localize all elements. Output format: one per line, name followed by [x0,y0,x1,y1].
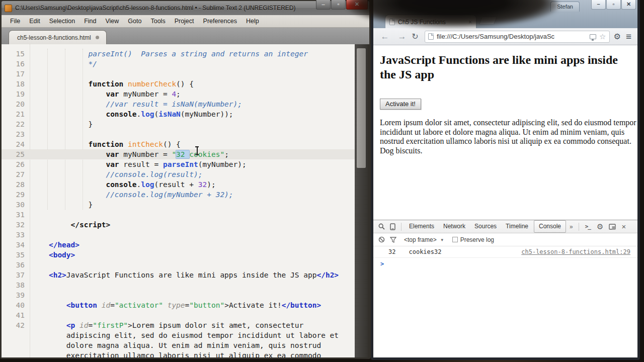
menu-find[interactable]: Find [79,18,101,25]
menu-view[interactable]: View [101,18,123,25]
code-line[interactable]: 35 <body> [2,250,355,260]
device-page-action-icon[interactable] [590,34,596,39]
code-line[interactable]: 34 </head> [2,240,355,250]
line-number [2,350,25,357]
back-icon[interactable]: ← [379,32,390,42]
favicon-page-icon [389,19,395,25]
code-line[interactable]: 41 [2,310,355,320]
code-line[interactable]: 16 */ [2,59,355,69]
chrome-maximize-button[interactable]: ▫ [606,0,621,10]
line-number: 23 [2,129,25,139]
chrome-close-button[interactable]: ✕ [621,0,636,10]
code-line[interactable]: 20 //var result = isNaN(myNumber); [2,99,355,109]
extension-gear-icon[interactable]: ⚙ [614,32,621,41]
console-prompt-chevron[interactable]: > [380,260,637,267]
devtools-tab-elements[interactable]: Elements [405,220,439,233]
address-bar[interactable]: file:///C:/Users/Samsung/Desktop/javaSc … [425,31,610,43]
line-number: 26 [2,159,25,169]
devtools-tab-console[interactable]: Console [534,220,566,233]
chevron-down-icon[interactable]: ▼ [440,238,444,242]
bookmark-star-icon[interactable]: ☆ [599,32,606,41]
sublime-tab-bar: ch5-lesson-8-functions.html [2,28,369,44]
profile-button[interactable]: Stefan [550,2,580,12]
devtools-close-icon[interactable]: × [621,222,626,231]
code-line[interactable]: exercitation ullamco laboris nisi ut ali… [2,350,355,357]
browser-tab[interactable]: Ch5 JS Functions × [385,15,476,29]
code-line[interactable]: 36 [2,260,355,270]
preserve-log-checkbox[interactable] [452,237,458,242]
reload-icon[interactable]: ↻ [410,32,421,41]
menu-edit[interactable]: Edit [25,18,45,25]
editor-scrollbar-thumb[interactable] [357,48,366,168]
forward-icon[interactable]: → [396,32,408,42]
code-line[interactable]: 40 <button id="activator" type="button">… [2,300,355,310]
code-line[interactable]: 19 var myNumber = 4; [2,89,355,99]
code-line[interactable]: 42 <p id="firstP">Lorem ipsum dolor sit … [2,320,355,330]
code-line[interactable]: 21 console.log(isNaN(myNumber)); [2,109,355,119]
code-line[interactable]: 27 //console.log(result); [2,169,355,179]
code-line[interactable]: 17 [2,69,355,79]
code-line[interactable]: 32 </script> [2,220,355,230]
sublime-maximize-button[interactable]: ▫ [331,0,346,10]
code-line[interactable]: 24 function intCheck() { [2,139,355,149]
log-source-link[interactable]: ch5-lesson-8-functions.html:29 [521,248,630,255]
editor-scrollbar[interactable] [355,44,368,357]
clear-console-icon[interactable] [378,236,385,243]
code-line[interactable]: dolore magna aliqua. Ut enim ad minim ve… [2,340,355,350]
device-mode-icon[interactable] [390,223,395,230]
menu-help[interactable]: Help [242,18,264,25]
code-editor[interactable]: 15 parseInt() Parses a string and return… [2,44,355,357]
menu-preferences[interactable]: Preferences [199,18,242,25]
code-line[interactable]: 22 } [2,119,355,129]
inspect-magnifier-icon[interactable] [378,223,385,230]
menu-file[interactable]: File [6,18,25,25]
devtools-panel: ElementsNetworkSourcesTimelineConsole » … [373,220,637,357]
menu-project[interactable]: Project [170,18,199,25]
line-number: 19 [2,89,25,99]
menu-tools[interactable]: Tools [146,18,170,25]
line-number: 36 [2,260,25,270]
line-number [2,330,25,340]
devtools-tab-network[interactable]: Network [439,220,470,233]
menu-goto[interactable]: Goto [123,18,146,25]
devtools-tab-sources[interactable]: Sources [470,220,501,233]
chrome-minimize-button[interactable]: – [591,0,606,10]
sublime-app-icon [5,5,12,12]
chrome-menu-icon[interactable]: ≡ [626,31,631,42]
code-line[interactable]: 30 } [2,200,355,210]
code-line[interactable]: 26 var result = parseInt(myNumber); [2,159,355,169]
sublime-minimize-button[interactable]: – [316,0,331,10]
code-line[interactable]: 18 function numberCheck() { [2,79,355,89]
url-text[interactable]: file:///C:/Users/Samsung/Desktop/javaSc [437,33,587,40]
code-line[interactable]: 38 [2,280,355,290]
code-line[interactable]: 15 parseInt() Parses a string and return… [2,49,355,59]
sublime-close-button[interactable]: ✕ [346,0,368,10]
modified-dot-icon [96,36,99,39]
code-line[interactable]: 37 <h2>JavaScript Functions are like min… [2,270,355,280]
code-line[interactable]: 39 [2,290,355,300]
code-line[interactable]: 29 //console.log(myNumber + 32); [2,190,355,200]
editor-tab[interactable]: ch5-lesson-8-functions.html [9,30,107,44]
menu-selection[interactable]: Selection [45,18,79,25]
line-number: 27 [2,169,25,179]
browser-tab-title: Ch5 JS Functions [398,19,446,26]
code-line[interactable]: 28 console.log(result + 32); [2,179,355,190]
activate-button[interactable]: Activate it! [380,99,421,110]
code-line[interactable]: 31 [2,210,355,220]
console-drawer-icon[interactable]: >_ [585,223,591,230]
filter-funnel-icon[interactable] [390,237,396,243]
frame-selector[interactable]: <top frame> [404,236,437,243]
tab-close-icon[interactable]: × [468,19,472,26]
divider [579,223,579,231]
code-line[interactable]: 25 var myNumber = "32 cookies"; [2,149,355,159]
code-line[interactable]: 33 [2,230,355,240]
dock-side-icon[interactable] [609,224,616,230]
devtools-tab-timeline[interactable]: Timeline [501,220,533,233]
page-content: JavaScript Functions are like mini apps … [373,45,637,220]
sublime-title-bar[interactable]: C:\Users\Samsung\Desktop\javaScript\ch5-… [2,1,369,15]
line-number: 16 [2,59,25,69]
devtools-settings-gear-icon[interactable]: ⚙ [597,222,603,231]
code-line[interactable]: 23 [2,129,355,139]
code-line[interactable]: adipiscing elit, sed do eiusmod tempor i… [2,330,355,340]
tabs-overflow-chevron[interactable]: » [567,223,576,230]
